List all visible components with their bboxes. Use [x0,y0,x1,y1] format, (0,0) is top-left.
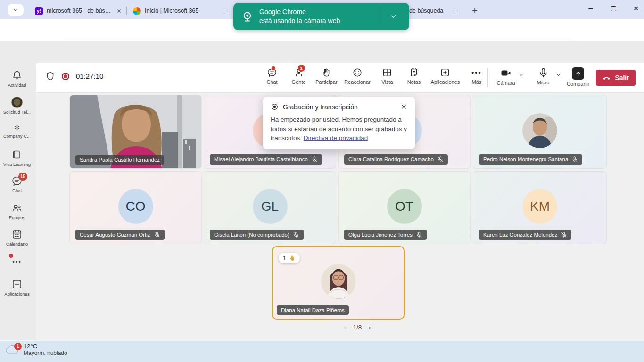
tab-close-icon[interactable] [453,7,460,15]
toolbar-participar-button[interactable]: Participar [315,67,337,85]
more-apps-icon: ••• [12,258,22,265]
participant-name-label: Clara Catalina Rodriguez Camacho [344,154,448,165]
toolbar-mas-button[interactable]: ••• Más [467,67,487,85]
participant-tile-olga[interactable]: OT Olga Lucia Jimenez Torres [338,171,471,244]
raised-hand-icon [289,255,296,262]
toolbar-notas-button[interactable]: Notas [404,67,424,85]
privacy-policy-link[interactable]: Directiva de privacidad [304,134,368,141]
chat-unread-badge: 15 [18,173,27,181]
mic-muted-icon [311,156,318,163]
toolbar-vista-button[interactable]: Vista [377,67,397,85]
participant-name-label: Misael Alejandro Bautista Castelblanco [210,154,322,165]
toolbar-aplicaciones-button[interactable]: Aplicaciones [431,67,460,85]
participant-name-label: Olga Lucia Jimenez Torres [344,230,427,240]
mic-icon [538,67,549,78]
page-next-icon[interactable]: › [368,324,371,331]
avatar-initials: KM [522,189,557,224]
browser-tab-2[interactable]: Inicio | Microsoft 365 [128,3,234,19]
new-tab-button[interactable]: + [469,5,481,17]
sidebar-item-calendario[interactable]: Calendario [0,229,34,247]
sidebar-item-chat[interactable]: 15 Chat [0,175,34,193]
participant-name-label: Karen Luz Gonzalez Melendez [479,230,571,240]
sidebar-item-solicitud[interactable]: Solicitud Tel... [0,97,34,115]
notification-app-name: Google Chrome [259,8,340,16]
notification-divider [380,7,380,26]
cloud-icon: 1 [5,344,20,355]
more-icon: ••• [471,67,482,78]
popup-title: Grabación y transcripción [283,103,396,111]
toolbar-gente-button[interactable]: 1 Gente [289,67,309,85]
participant-name-label: Gisela Laiton (No comprobado) [210,230,304,240]
bell-icon [11,70,23,81]
mic-options-chevron[interactable] [555,71,562,78]
more-apps-alert-dot [9,254,13,258]
sidebar-item-more[interactable]: ••• [0,258,34,265]
popup-close-icon[interactable] [400,103,407,110]
people-badge: 1 [298,65,305,72]
window-close-button[interactable]: × [631,2,641,15]
raised-hand-badge: 1 [279,253,300,263]
camera-usage-notification[interactable]: Google Chrome está usando la cámara web [233,3,409,30]
browser-tab-1[interactable]: y! microsoft 365 - de búsqueda [30,3,126,19]
mic-muted-icon [437,156,444,163]
mic-toggle-button[interactable]: Micro [533,67,553,85]
notification-expand-icon[interactable] [389,12,397,21]
book-icon [11,149,23,160]
window-maximize-button[interactable] [608,2,619,15]
apps-plus-icon [440,67,450,78]
org-app-icon [11,97,23,108]
view-grid-icon [382,67,392,78]
windows-taskbar: 1 12°C Mayorm. nublado Buscar T [0,340,644,362]
avatar-initials: GL [253,189,288,224]
share-icon [572,67,584,80]
sidebar-item-actividad[interactable]: Actividad [0,70,34,88]
tab-separator [126,7,127,15]
webcam-icon [241,10,254,23]
mic-muted-icon [571,156,578,163]
toolbar-reaccionar-button[interactable]: Reaccionar [344,67,371,85]
tab-list-button[interactable] [8,4,24,16]
camera-options-chevron[interactable] [518,71,525,78]
sidebar-item-viva-learning[interactable]: Viva Learning [0,149,34,167]
company-app-icon: ✻ [14,123,20,132]
weather-alert-badge: 1 [14,343,22,350]
toolbar-chat-button[interactable]: Chat [262,67,282,85]
people-icon [11,202,23,214]
tab-close-icon[interactable] [223,7,230,15]
page-prev-icon[interactable]: ‹ [344,324,347,331]
page-indicator: 1/8 [353,324,362,331]
avatar-photo [522,113,557,148]
participant-name-label: Sandra Paola Castillo Hernandez [75,155,164,165]
mic-muted-icon [416,231,422,238]
window-minimize-button[interactable]: – [586,2,596,15]
avatar-initials: OT [387,189,422,224]
avatar-photo [321,264,356,299]
participant-tile-diana-active[interactable]: 1 Diana Natali Daza Piñeros [272,246,405,320]
sidebar-item-aplicaciones[interactable]: Aplicaciones [0,279,34,296]
participant-tile-pedro[interactable]: Pedro Nelson Montenegro Santana [473,95,607,169]
camera-toggle-button[interactable]: Cámara [496,67,516,86]
meeting-timer: 01:27:10 [76,72,103,80]
participant-name-label: Pedro Nelson Montenegro Santana [479,154,582,165]
tab-title: Inicio | Microsoft 365 [145,8,219,14]
share-button[interactable]: Compartir [567,67,589,87]
security-shield-icon[interactable] [45,71,55,81]
meeting-toolbar: 01:27:10 Chat 1 Gente Participar Reaccio… [36,63,644,93]
participant-tile-karen[interactable]: KM Karen Luz Gonzalez Melendez [473,171,607,244]
recording-transcription-popup: Grabación y transcripción Ha empezado po… [263,97,415,149]
tab-close-icon[interactable] [115,7,123,15]
sidebar-item-equipos[interactable]: Equipos [0,202,34,220]
sidebar-item-company[interactable]: ✻ Company C... [0,123,34,139]
tab-title: microsoft 365 - de búsqueda [47,8,111,14]
weather-condition: Mayorm. nublado [24,350,67,356]
participant-name-label: Diana Natali Daza Piñeros [277,305,349,315]
record-icon [271,103,279,111]
leave-meeting-button[interactable]: Salir [596,70,636,86]
chat-icon: 15 [11,175,23,187]
participant-tile-gisela[interactable]: GL Gisela Laiton (No comprobado) [204,171,336,244]
camera-icon [500,67,512,79]
participant-tile-sandra[interactable]: Sandra Paola Castillo Hernandez [69,95,202,169]
plus-square-icon [11,279,23,290]
participant-tile-cesar[interactable]: CO Cesar Augusto Guzman Ortiz [69,171,202,244]
weather-widget[interactable]: 1 12°C Mayorm. nublado [5,343,67,356]
